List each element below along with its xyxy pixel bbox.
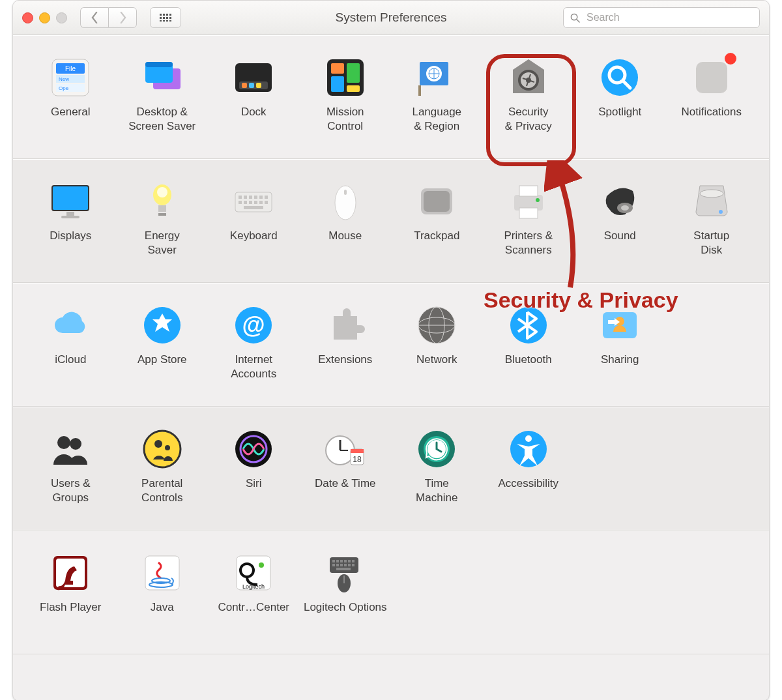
logitech-control-icon xyxy=(230,549,277,596)
pref-extensions[interactable]: Extensions xyxy=(301,302,390,393)
search-field[interactable] xyxy=(563,7,760,28)
preference-panes: GeneralDesktop & Screen SaverDockMission… xyxy=(13,35,769,654)
pref-label: General xyxy=(51,105,90,119)
pref-siri[interactable]: Siri xyxy=(209,426,298,517)
pref-row: iCloudApp StoreInternet AccountsExtensio… xyxy=(13,283,769,407)
pref-printers[interactable]: Printers & Scanners xyxy=(484,178,573,269)
pref-label: Language & Region xyxy=(412,105,461,134)
pref-label: Sound xyxy=(604,229,636,243)
spotlight-icon xyxy=(596,54,643,101)
internet-accounts-icon xyxy=(230,302,277,349)
pref-logitech-options[interactable]: Logitech Options xyxy=(301,549,390,641)
extensions-icon xyxy=(322,302,369,349)
nav-buttons xyxy=(80,7,137,28)
svg-rect-6 xyxy=(166,17,168,19)
pref-label: Mission Control xyxy=(326,105,364,134)
displays-icon xyxy=(47,178,94,225)
pref-language-region[interactable]: Language & Region xyxy=(392,54,482,145)
time-machine-icon xyxy=(413,426,460,473)
pref-network[interactable]: Network xyxy=(392,302,482,393)
pref-keyboard[interactable]: Keyboard xyxy=(209,178,298,269)
notifications-icon xyxy=(688,54,735,101)
pref-displays[interactable]: Displays xyxy=(26,178,115,269)
pref-label: Extensions xyxy=(318,353,372,367)
pref-general[interactable]: General xyxy=(26,54,115,145)
show-all-button[interactable] xyxy=(150,7,181,28)
pref-bluetooth[interactable]: Bluetooth xyxy=(484,302,573,393)
trackpad-icon xyxy=(413,178,460,225)
desktop-icon xyxy=(139,54,186,101)
network-icon xyxy=(413,302,460,349)
search-icon xyxy=(570,13,580,23)
pref-row: Flash PlayerJavaContr…CenterLogitech Opt… xyxy=(13,531,769,654)
printers-icon xyxy=(505,178,552,225)
pref-row: DisplaysEnergy SaverKeyboardMouseTrackpa… xyxy=(13,159,769,283)
bluetooth-icon xyxy=(505,302,552,349)
pref-energy-saver[interactable]: Energy Saver xyxy=(118,178,207,269)
zoom-window-button[interactable] xyxy=(56,12,67,23)
pref-label: App Store xyxy=(138,353,187,367)
pref-security-privacy[interactable]: Security & Privacy xyxy=(484,54,573,145)
pref-row: Users & GroupsParental ControlsSiriDate … xyxy=(13,407,769,531)
pref-icloud[interactable]: iCloud xyxy=(26,302,115,393)
pref-flash-player[interactable]: Flash Player xyxy=(26,549,115,641)
minimize-window-button[interactable] xyxy=(39,12,50,23)
parental-controls-icon xyxy=(139,426,186,473)
accessibility-icon xyxy=(505,426,552,473)
svg-rect-10 xyxy=(166,20,168,22)
energy-saver-icon xyxy=(139,178,186,225)
pref-logitech-control[interactable]: Contr…Center xyxy=(209,549,298,641)
general-icon xyxy=(47,54,94,101)
pref-label: Security & Privacy xyxy=(505,105,552,134)
pref-label: Dock xyxy=(241,105,267,119)
search-input[interactable] xyxy=(585,11,753,24)
pref-label: Flash Player xyxy=(40,600,101,615)
window-controls xyxy=(22,12,67,23)
security-privacy-icon xyxy=(505,54,552,101)
pref-startup-disk[interactable]: Startup Disk xyxy=(667,178,757,269)
pref-spotlight[interactable]: Spotlight xyxy=(575,54,665,145)
pref-label: Bluetooth xyxy=(505,353,552,367)
pref-desktop[interactable]: Desktop & Screen Saver xyxy=(118,54,207,145)
pref-label: Mouse xyxy=(328,229,362,243)
pref-sharing[interactable]: Sharing xyxy=(575,302,665,393)
svg-rect-5 xyxy=(163,17,165,19)
sharing-icon xyxy=(596,302,643,349)
svg-rect-8 xyxy=(160,20,162,22)
icloud-icon xyxy=(47,302,94,349)
pref-java[interactable]: Java xyxy=(118,549,207,641)
svg-line-13 xyxy=(577,19,579,22)
pref-internet-accounts[interactable]: Internet Accounts xyxy=(209,302,298,393)
keyboard-icon xyxy=(230,178,277,225)
pref-mission-control[interactable]: Mission Control xyxy=(301,54,390,145)
back-button[interactable] xyxy=(80,7,108,28)
pref-label: Spotlight xyxy=(598,105,641,119)
pref-dock[interactable]: Dock xyxy=(209,54,298,145)
pref-label: Contr…Center xyxy=(218,600,289,615)
pref-label: Trackpad xyxy=(414,229,459,243)
pref-label: Displays xyxy=(50,229,91,243)
users-groups-icon xyxy=(47,426,94,473)
pref-time-machine[interactable]: Time Machine xyxy=(392,426,482,517)
pref-trackpad[interactable]: Trackpad xyxy=(392,178,482,269)
pref-sound[interactable]: Sound xyxy=(575,178,665,269)
svg-rect-1 xyxy=(163,14,165,16)
pref-notifications[interactable]: Notifications xyxy=(667,54,757,145)
pref-label: Keyboard xyxy=(230,229,278,243)
pref-label: iCloud xyxy=(55,353,86,367)
pref-label: Parental Controls xyxy=(141,476,182,505)
pref-app-store[interactable]: App Store xyxy=(118,302,207,393)
svg-rect-11 xyxy=(169,20,171,22)
forward-button[interactable] xyxy=(108,7,137,28)
pref-label: Startup Disk xyxy=(693,229,729,257)
close-window-button[interactable] xyxy=(22,12,33,23)
pref-parental-controls[interactable]: Parental Controls xyxy=(118,426,207,517)
pref-mouse[interactable]: Mouse xyxy=(301,178,390,269)
logitech-options-icon xyxy=(322,549,369,596)
svg-rect-9 xyxy=(163,20,165,22)
pref-date-time[interactable]: Date & Time xyxy=(301,426,390,517)
pref-users-groups[interactable]: Users & Groups xyxy=(26,426,115,517)
pref-accessibility[interactable]: Accessibility xyxy=(484,426,573,517)
pref-label: Desktop & Screen Saver xyxy=(128,105,195,134)
system-preferences-window: System Preferences GeneralDesktop & Scre… xyxy=(12,0,770,700)
